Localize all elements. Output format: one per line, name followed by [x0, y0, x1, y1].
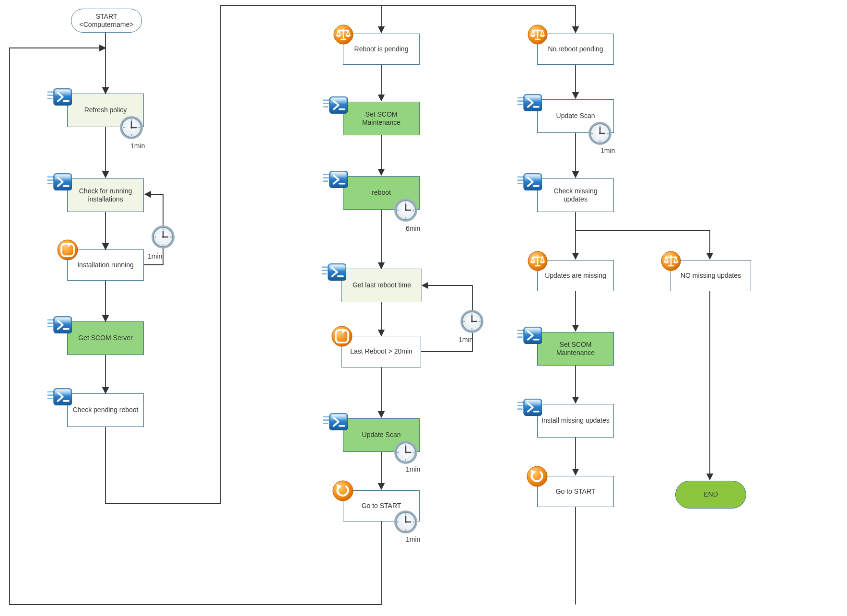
powershell-icon	[323, 411, 348, 433]
node-label: Update Scan	[362, 431, 401, 439]
scale-icon	[527, 250, 548, 272]
node-get-last-reboot-time: Get last reboot time	[341, 269, 422, 302]
node-label: No reboot pending	[548, 45, 603, 54]
node-label: Set SCOM Maintenance	[541, 341, 610, 357]
timer-label: 1min	[130, 142, 145, 150]
back-arrow-icon	[526, 465, 548, 487]
node-label: Reboot is pending	[354, 45, 409, 54]
node-label: Updates are missing	[545, 272, 606, 280]
start-terminal: START <Computername>	[71, 9, 142, 33]
timer-label: 1min	[148, 252, 162, 260]
powershell-icon	[517, 397, 542, 419]
timer-label: 6min	[406, 225, 420, 232]
node-get-scom-server: Get SCOM Server	[67, 321, 144, 355]
node-reboot-is-pending: Reboot is pending	[343, 34, 420, 65]
end-label: END	[704, 490, 718, 499]
powershell-icon	[321, 261, 346, 284]
powershell-icon	[517, 171, 542, 193]
clock-icon	[393, 509, 418, 534]
powershell-icon	[47, 86, 72, 108]
scale-icon	[660, 250, 682, 272]
clock-icon	[588, 121, 612, 146]
node-last-reboot-gt-20min: Last Reboot > 20min	[341, 336, 421, 367]
powershell-icon	[47, 171, 72, 193]
node-label: Get SCOM Server	[78, 334, 133, 343]
node-set-scom-maintenance-2: Set SCOM Maintenance	[537, 332, 614, 366]
loop-icon	[57, 239, 79, 261]
start-label-line2: <Computername>	[80, 21, 134, 29]
node-updates-are-missing: Updates are missing	[537, 260, 614, 291]
node-label: Go to START	[556, 487, 596, 496]
loop-icon	[331, 325, 353, 347]
back-arrow-icon	[332, 480, 354, 502]
node-check-running-installations: Check for running installations	[67, 178, 144, 212]
powershell-icon	[47, 386, 72, 408]
powershell-icon	[323, 95, 348, 117]
clock-icon	[393, 198, 418, 223]
node-set-scom-maintenance-1: Set SCOM Maintenance	[343, 102, 420, 135]
clock-icon	[151, 225, 176, 249]
clock-icon	[119, 115, 144, 140]
timer-label: 1min	[406, 465, 420, 473]
node-install-missing-updates: Install missing updates	[537, 404, 614, 438]
timer-label: 1min	[459, 336, 473, 344]
node-no-reboot-pending: No reboot pending	[537, 34, 614, 65]
start-label-line1: START	[96, 12, 118, 21]
node-check-missing-updates: Check missing updates	[537, 178, 614, 212]
node-label: Get last reboot time	[353, 281, 411, 290]
powershell-icon	[517, 92, 542, 114]
node-label: Last Reboot > 20min	[350, 347, 412, 356]
powershell-icon	[47, 314, 72, 336]
node-label: Update Scan	[556, 112, 595, 120]
timer-label: 1min	[600, 147, 615, 154]
node-label: Check missing updates	[541, 187, 610, 204]
end-terminal: END	[675, 481, 746, 509]
clock-icon	[459, 309, 484, 334]
scale-icon	[333, 24, 354, 45]
timer-label: 1min	[406, 535, 420, 543]
node-label: reboot	[372, 189, 391, 197]
node-label: Set SCOM Maintenance	[347, 110, 415, 127]
node-installation-running: Installation running	[67, 249, 144, 281]
node-label: Check for running installations	[71, 187, 140, 204]
node-label: Refresh policy	[84, 106, 127, 115]
node-goto-start-2: Go to START	[537, 476, 614, 507]
node-label: Go to START	[362, 502, 401, 510]
node-label: Install missing updates	[541, 416, 610, 425]
powershell-icon	[517, 325, 542, 347]
powershell-icon	[323, 169, 348, 191]
node-label: NO missing updates	[681, 272, 741, 280]
node-label: Check pending reboot	[73, 406, 139, 415]
node-check-pending-reboot: Check pending reboot	[67, 393, 144, 427]
node-label: Installation running	[77, 261, 134, 270]
node-no-missing-updates: NO missing updates	[671, 260, 751, 291]
scale-icon	[527, 24, 548, 45]
clock-icon	[393, 440, 418, 465]
